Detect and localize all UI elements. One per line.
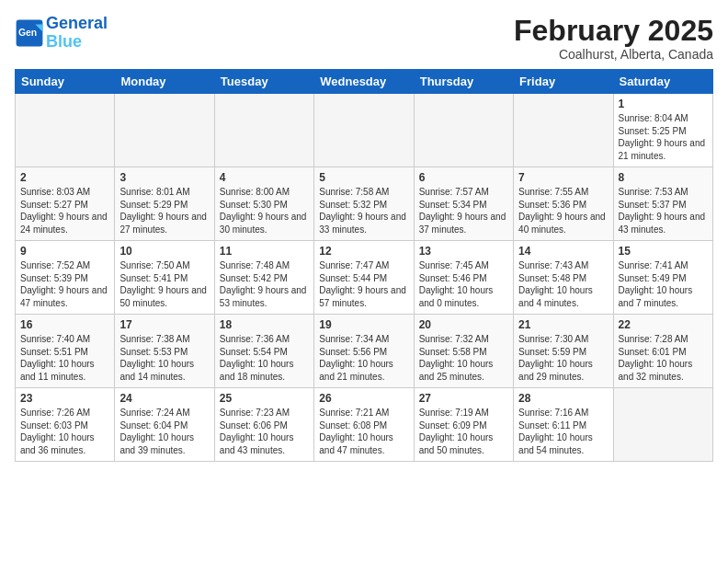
- day-info: Sunrise: 7:19 AM Sunset: 6:09 PM Dayligh…: [419, 407, 508, 456]
- day-number: 9: [20, 245, 109, 258]
- weekday-header-thursday: Thursday: [414, 70, 513, 94]
- weekday-header-friday: Friday: [514, 70, 613, 94]
- day-number: 15: [619, 245, 708, 258]
- day-info: Sunrise: 7:48 AM Sunset: 5:42 PM Dayligh…: [220, 259, 309, 309]
- day-info: Sunrise: 7:53 AM Sunset: 5:37 PM Dayligh…: [619, 186, 708, 236]
- calendar-cell: 23Sunrise: 7:26 AM Sunset: 6:03 PM Dayli…: [16, 388, 115, 462]
- day-info: Sunrise: 8:04 AM Sunset: 5:25 PM Dayligh…: [619, 112, 708, 162]
- calendar-cell: 7Sunrise: 7:55 AM Sunset: 5:36 PM Daylig…: [514, 167, 613, 241]
- day-info: Sunrise: 7:21 AM Sunset: 6:08 PM Dayligh…: [319, 407, 408, 456]
- calendar-cell: 8Sunrise: 7:53 AM Sunset: 5:37 PM Daylig…: [613, 167, 712, 241]
- day-number: 4: [220, 171, 309, 184]
- day-info: Sunrise: 7:45 AM Sunset: 5:46 PM Dayligh…: [419, 259, 508, 309]
- calendar-cell: 3Sunrise: 8:01 AM Sunset: 5:29 PM Daylig…: [115, 167, 214, 241]
- calendar-cell: 26Sunrise: 7:21 AM Sunset: 6:08 PM Dayli…: [314, 388, 414, 462]
- day-info: Sunrise: 7:36 AM Sunset: 5:54 PM Dayligh…: [220, 333, 309, 383]
- day-info: Sunrise: 7:52 AM Sunset: 5:39 PM Dayligh…: [20, 259, 109, 309]
- day-info: Sunrise: 7:24 AM Sunset: 6:04 PM Dayligh…: [119, 407, 209, 456]
- day-info: Sunrise: 7:50 AM Sunset: 5:41 PM Dayligh…: [119, 259, 209, 309]
- calendar-cell: 1Sunrise: 8:04 AM Sunset: 5:25 PM Daylig…: [613, 94, 712, 167]
- calendar-cell: 24Sunrise: 7:24 AM Sunset: 6:04 PM Dayli…: [115, 388, 214, 462]
- month-title: February 2025: [514, 15, 713, 47]
- day-info: Sunrise: 7:40 AM Sunset: 5:51 PM Dayligh…: [20, 333, 109, 383]
- svg-text:Gen: Gen: [18, 28, 37, 38]
- calendar-cell: [414, 94, 513, 167]
- logo: Gen General Blue: [15, 15, 108, 52]
- day-number: 5: [319, 171, 408, 184]
- weekday-header-monday: Monday: [115, 70, 214, 94]
- day-number: 27: [419, 392, 508, 405]
- day-number: 14: [518, 245, 608, 258]
- day-number: 6: [419, 171, 508, 184]
- day-info: Sunrise: 7:26 AM Sunset: 6:03 PM Dayligh…: [20, 407, 109, 456]
- day-number: 13: [419, 245, 508, 258]
- day-number: 24: [119, 392, 209, 405]
- week-row-4: 16Sunrise: 7:40 AM Sunset: 5:51 PM Dayli…: [16, 315, 713, 388]
- day-number: 28: [518, 392, 608, 405]
- calendar-cell: 21Sunrise: 7:30 AM Sunset: 5:59 PM Dayli…: [514, 315, 613, 388]
- calendar-cell: 13Sunrise: 7:45 AM Sunset: 5:46 PM Dayli…: [414, 241, 513, 315]
- week-row-1: 1Sunrise: 8:04 AM Sunset: 5:25 PM Daylig…: [16, 94, 713, 167]
- day-info: Sunrise: 7:16 AM Sunset: 6:11 PM Dayligh…: [518, 407, 608, 456]
- day-info: Sunrise: 7:38 AM Sunset: 5:53 PM Dayligh…: [119, 333, 209, 383]
- day-number: 10: [119, 245, 209, 258]
- day-info: Sunrise: 7:47 AM Sunset: 5:44 PM Dayligh…: [319, 259, 408, 309]
- calendar-cell: 25Sunrise: 7:23 AM Sunset: 6:06 PM Dayli…: [214, 388, 313, 462]
- calendar-cell: 19Sunrise: 7:34 AM Sunset: 5:56 PM Dayli…: [314, 315, 414, 388]
- week-row-3: 9Sunrise: 7:52 AM Sunset: 5:39 PM Daylig…: [16, 241, 713, 315]
- day-info: Sunrise: 8:01 AM Sunset: 5:29 PM Dayligh…: [119, 186, 209, 236]
- logo-icon: Gen: [15, 18, 44, 48]
- calendar-cell: [16, 94, 115, 167]
- day-number: 25: [220, 392, 309, 405]
- calendar-cell: 14Sunrise: 7:43 AM Sunset: 5:48 PM Dayli…: [514, 241, 613, 315]
- week-row-5: 23Sunrise: 7:26 AM Sunset: 6:03 PM Dayli…: [16, 388, 713, 462]
- day-info: Sunrise: 7:32 AM Sunset: 5:58 PM Dayligh…: [419, 333, 508, 383]
- page-header: Gen General Blue February 2025 Coalhurst…: [15, 15, 713, 62]
- calendar-cell: [514, 94, 613, 167]
- calendar-cell: 15Sunrise: 7:41 AM Sunset: 5:49 PM Dayli…: [613, 241, 712, 315]
- calendar-cell: 20Sunrise: 7:32 AM Sunset: 5:58 PM Dayli…: [414, 315, 513, 388]
- day-number: 20: [419, 318, 508, 331]
- title-block: February 2025 Coalhurst, Alberta, Canada: [514, 15, 713, 62]
- calendar-cell: [115, 94, 214, 167]
- calendar-cell: 16Sunrise: 7:40 AM Sunset: 5:51 PM Dayli…: [16, 315, 115, 388]
- calendar-cell: 12Sunrise: 7:47 AM Sunset: 5:44 PM Dayli…: [314, 241, 414, 315]
- day-number: 8: [619, 171, 708, 184]
- location: Coalhurst, Alberta, Canada: [514, 47, 713, 62]
- calendar-cell: 22Sunrise: 7:28 AM Sunset: 6:01 PM Dayli…: [613, 315, 712, 388]
- day-info: Sunrise: 7:34 AM Sunset: 5:56 PM Dayligh…: [319, 333, 408, 383]
- day-number: 26: [319, 392, 408, 405]
- day-number: 23: [20, 392, 109, 405]
- day-number: 16: [20, 318, 109, 331]
- day-number: 3: [119, 171, 209, 184]
- day-info: Sunrise: 7:58 AM Sunset: 5:32 PM Dayligh…: [319, 186, 408, 236]
- calendar-cell: [214, 94, 313, 167]
- weekday-header-wednesday: Wednesday: [314, 70, 414, 94]
- day-info: Sunrise: 7:23 AM Sunset: 6:06 PM Dayligh…: [220, 407, 309, 456]
- calendar-cell: 27Sunrise: 7:19 AM Sunset: 6:09 PM Dayli…: [414, 388, 513, 462]
- day-info: Sunrise: 7:55 AM Sunset: 5:36 PM Dayligh…: [518, 186, 608, 236]
- day-number: 17: [119, 318, 209, 331]
- calendar-cell: 6Sunrise: 7:57 AM Sunset: 5:34 PM Daylig…: [414, 167, 513, 241]
- weekday-header-row: SundayMondayTuesdayWednesdayThursdayFrid…: [16, 70, 713, 94]
- weekday-header-sunday: Sunday: [16, 70, 115, 94]
- calendar-cell: 28Sunrise: 7:16 AM Sunset: 6:11 PM Dayli…: [514, 388, 613, 462]
- week-row-2: 2Sunrise: 8:03 AM Sunset: 5:27 PM Daylig…: [16, 167, 713, 241]
- day-info: Sunrise: 7:43 AM Sunset: 5:48 PM Dayligh…: [518, 259, 608, 309]
- day-info: Sunrise: 8:00 AM Sunset: 5:30 PM Dayligh…: [220, 186, 309, 236]
- day-info: Sunrise: 7:28 AM Sunset: 6:01 PM Dayligh…: [619, 333, 708, 383]
- day-number: 1: [619, 98, 708, 110]
- day-number: 12: [319, 245, 408, 258]
- calendar-cell: 10Sunrise: 7:50 AM Sunset: 5:41 PM Dayli…: [115, 241, 214, 315]
- day-number: 7: [518, 171, 608, 184]
- day-number: 19: [319, 318, 408, 331]
- day-number: 11: [220, 245, 309, 258]
- calendar-cell: 11Sunrise: 7:48 AM Sunset: 5:42 PM Dayli…: [214, 241, 313, 315]
- day-number: 22: [619, 318, 708, 331]
- day-number: 2: [20, 171, 109, 184]
- day-info: Sunrise: 8:03 AM Sunset: 5:27 PM Dayligh…: [20, 186, 109, 236]
- calendar-cell: [613, 388, 712, 462]
- day-info: Sunrise: 7:57 AM Sunset: 5:34 PM Dayligh…: [419, 186, 508, 236]
- weekday-header-saturday: Saturday: [613, 70, 712, 94]
- day-number: 18: [220, 318, 309, 331]
